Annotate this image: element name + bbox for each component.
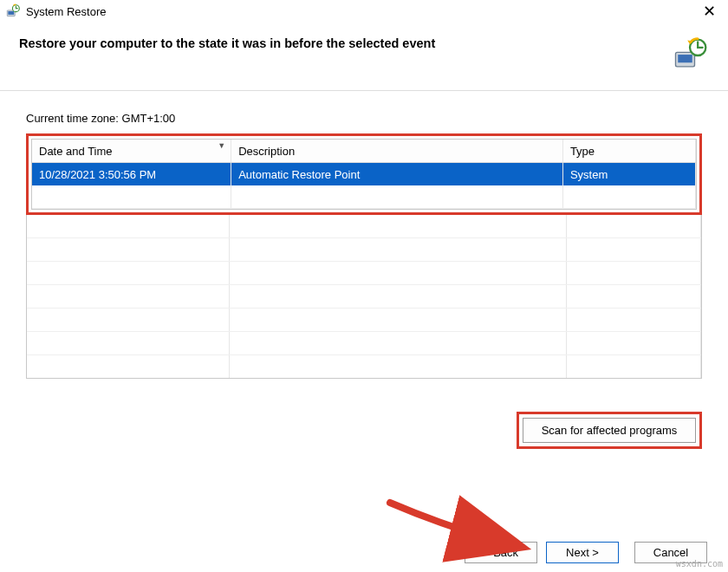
next-button[interactable]: Next > xyxy=(546,542,619,563)
table-row-empty xyxy=(32,185,696,209)
window-title: System Restore xyxy=(26,5,696,18)
back-button[interactable]: < Back xyxy=(465,542,537,563)
scan-affected-programs-button[interactable]: Scan for affected programs xyxy=(523,418,696,443)
svg-rect-4 xyxy=(678,55,692,62)
page-heading: Restore your computer to the state it wa… xyxy=(19,36,671,50)
restore-points-table-empty xyxy=(27,215,701,378)
table-row[interactable]: 10/28/2021 3:50:56 PM Automatic Restore … xyxy=(32,163,696,186)
sort-desc-icon: ▼ xyxy=(218,141,225,150)
restore-points-table[interactable]: Date and Time ▼ Description Type 10/28/2… xyxy=(32,140,696,209)
watermark: wsxdn.com xyxy=(676,559,723,569)
col-header-date-label: Date and Time xyxy=(39,145,113,158)
close-icon[interactable]: ✕ xyxy=(696,3,723,19)
table-row-empty xyxy=(27,355,701,379)
table-row-empty xyxy=(27,309,701,332)
restore-points-highlight: Date and Time ▼ Description Type 10/28/2… xyxy=(26,133,702,215)
system-restore-icon xyxy=(5,3,21,19)
table-row-empty xyxy=(27,285,701,309)
table-row-empty xyxy=(27,332,701,355)
cell-type: System xyxy=(562,163,695,186)
scan-highlight: Scan for affected programs xyxy=(517,412,702,449)
cell-date: 10/28/2021 3:50:56 PM xyxy=(32,163,231,186)
table-row-empty xyxy=(27,238,701,262)
svg-rect-1 xyxy=(8,11,14,15)
timezone-label: Current time zone: GMT+1:00 xyxy=(26,112,702,125)
restore-hero-icon xyxy=(671,36,709,75)
col-header-description[interactable]: Description xyxy=(231,140,563,163)
cell-description: Automatic Restore Point xyxy=(231,163,563,186)
col-header-type[interactable]: Type xyxy=(562,140,695,163)
col-header-date[interactable]: Date and Time ▼ xyxy=(32,140,231,163)
table-row-empty xyxy=(27,262,701,285)
table-row-empty xyxy=(27,215,701,238)
